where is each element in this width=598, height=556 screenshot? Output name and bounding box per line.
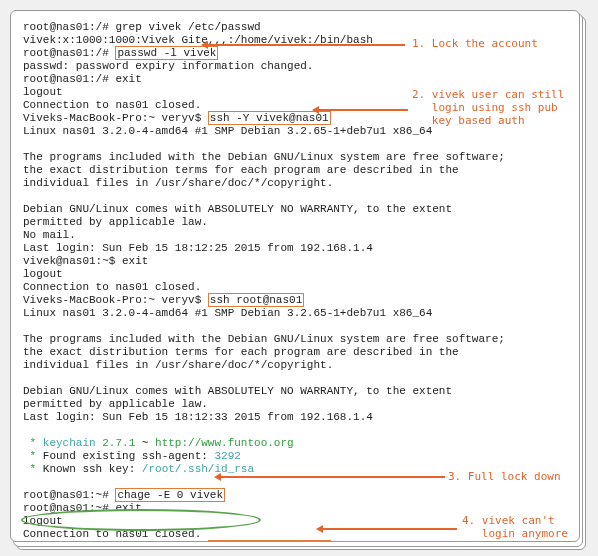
keychain-line: * keychain 2.7.1 ~ http://www.funtoo.org xyxy=(23,437,567,450)
arrow-icon xyxy=(318,109,408,111)
term-line: the exact distribution terms for each pr… xyxy=(23,346,567,359)
annotation-can-still-login: 2. vivek user can still login using ssh … xyxy=(412,88,564,127)
term-line: passwd: password expiry information chan… xyxy=(23,60,567,73)
term-line: permitted by applicable law. xyxy=(23,398,567,411)
term-line: Viveks-MacBook-Pro:~ veryv$ ssh root@nas… xyxy=(23,294,567,307)
arrow-icon xyxy=(220,476,445,478)
term-line: vivek@nas01:~$ exit xyxy=(23,255,567,268)
term-line xyxy=(23,190,567,203)
term-line: Linux nas01 3.2.0-4-amd64 #1 SMP Debian … xyxy=(23,307,567,320)
term-line: The programs included with the Debian GN… xyxy=(23,151,567,164)
term-line: logout xyxy=(23,268,567,281)
term-line: root@nas01:~# chage -E 0 vivek xyxy=(23,489,567,502)
arrow-icon xyxy=(322,528,457,530)
term-line: individual files in /usr/share/doc/*/cop… xyxy=(23,177,567,190)
term-line: Last login: Sun Feb 15 18:12:25 2015 fro… xyxy=(23,242,567,255)
cmd-ssh-vivek-fail: ssh -Y vivek@nas01 xyxy=(208,540,331,542)
term-line xyxy=(23,372,567,385)
term-line: Viveks-MacBook-Pro:~ veryv$ ssh -Y vivek… xyxy=(23,541,567,542)
cmd-chage: chage -E 0 vivek xyxy=(115,488,225,502)
annotation-full-lockdown: 3. Full lock down xyxy=(448,470,561,483)
term-line: The programs included with the Debian GN… xyxy=(23,333,567,346)
cmd-ssh-root: ssh root@nas01 xyxy=(208,293,304,307)
arrow-icon xyxy=(207,44,405,46)
term-line: permitted by applicable law. xyxy=(23,216,567,229)
term-line xyxy=(23,138,567,151)
term-line: Last login: Sun Feb 15 18:12:33 2015 fro… xyxy=(23,411,567,424)
term-line: root@nas01:/# exit xyxy=(23,73,567,86)
term-line: individual files in /usr/share/doc/*/cop… xyxy=(23,359,567,372)
keychain-line: * Found existing ssh-agent: 3292 xyxy=(23,450,567,463)
term-line: Debian GNU/Linux comes with ABSOLUTELY N… xyxy=(23,385,567,398)
term-line xyxy=(23,424,567,437)
annotation-lock-account: 1. Lock the account xyxy=(412,37,538,50)
term-line: No mail. xyxy=(23,229,567,242)
term-line: the exact distribution terms for each pr… xyxy=(23,164,567,177)
term-line: Debian GNU/Linux comes with ABSOLUTELY N… xyxy=(23,203,567,216)
annotation-cant-login: 4. vivek can't login anymore xyxy=(462,514,568,540)
term-line xyxy=(23,320,567,333)
term-line: root@nas01:/# grep vivek /etc/passwd xyxy=(23,21,567,34)
